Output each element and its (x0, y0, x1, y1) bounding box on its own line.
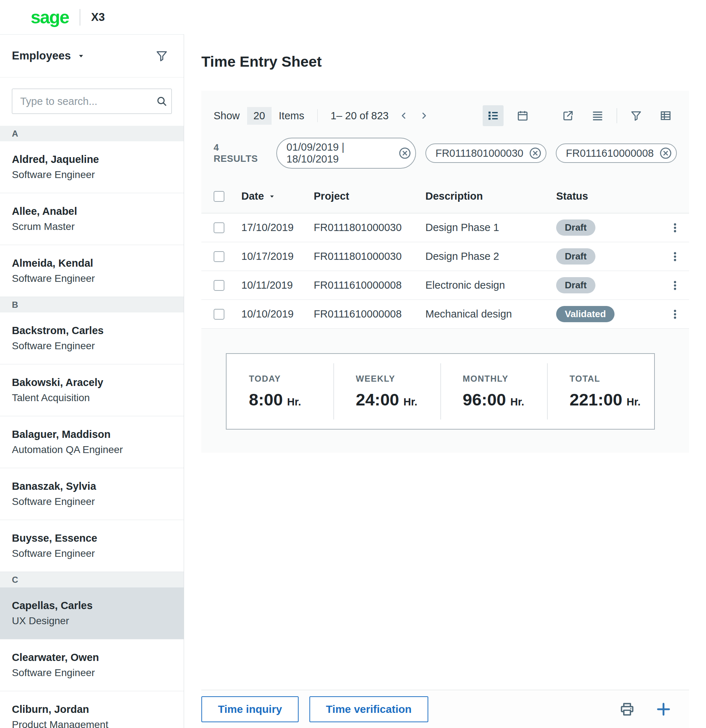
summary-total: TOTAL 221:00 Hr. (547, 354, 654, 429)
summary-unit: Hr. (287, 396, 301, 408)
employee-name: Bakowski, Aracely (12, 377, 177, 389)
cell-description: Electronic design (425, 279, 556, 291)
filter-chip-project-1[interactable]: FR0111801000030 (425, 143, 546, 163)
select-all-checkbox[interactable] (213, 191, 225, 202)
employee-list-item[interactable]: Cliburn, Jordan Product Management (0, 691, 184, 728)
row-checkbox[interactable] (213, 222, 225, 233)
row-menu-icon (670, 222, 680, 233)
employee-name: Cliburn, Jordan (12, 703, 177, 715)
filter-results-button[interactable] (626, 105, 647, 126)
employee-name: Capellas, Carles (12, 600, 177, 612)
employee-name: Clearwater, Owen (12, 651, 177, 663)
brand-divider (79, 9, 80, 26)
summary-value: 221:00 (569, 390, 622, 409)
employee-role: Software Engineer (12, 169, 177, 181)
cell-project: FR0111801000030 (314, 222, 425, 234)
employee-list-item[interactable]: Allee, Anabel Scrum Master (0, 193, 184, 245)
action-bar: Time inquiry Time verification (201, 690, 689, 728)
employee-search (12, 89, 172, 114)
employee-role: Talent Acquisition (12, 392, 177, 404)
results-count: 4 RESULTS (213, 142, 263, 164)
section-letter: B (12, 300, 18, 310)
table-row[interactable]: 10/17/2019 FR0111801000030 Design Phase … (201, 242, 689, 271)
summary-label: TODAY (249, 374, 334, 384)
table-row[interactable]: 10/10/2019 FR0111610000008 Mechanical de… (201, 300, 689, 329)
calendar-view-button[interactable] (512, 105, 533, 126)
summary-monthly: MONTHLY 96:00 Hr. (441, 354, 548, 429)
employee-list-item-selected[interactable]: Capellas, Carles UX Designer (0, 588, 184, 639)
cell-date: 10/11/2019 (241, 279, 314, 291)
hours-summary: TODAY 8:00 Hr. WEEKLY 24:00 Hr. (226, 353, 655, 430)
employee-list-item[interactable]: Almeida, Kendal Software Engineer (0, 245, 184, 297)
action-bar-icons (619, 701, 689, 718)
toolbar-icon-divider (617, 108, 617, 123)
cell-date: 10/17/2019 (241, 250, 314, 262)
table-row[interactable]: 10/11/2019 FR0111610000008 Electronic de… (201, 271, 689, 300)
summary-value: 96:00 (463, 390, 506, 409)
menu-lines-icon (591, 110, 604, 122)
export-button[interactable] (558, 105, 578, 126)
time-inquiry-button[interactable]: Time inquiry (201, 696, 298, 722)
filter-icon (630, 110, 642, 121)
toolbar-divider (317, 109, 318, 122)
sidebar-header: Employees (0, 35, 184, 78)
employee-role: Product Management (12, 719, 177, 728)
employee-name: Allee, Anabel (12, 205, 177, 217)
time-entries-table: Date Project Description Status 17/10/20… (201, 179, 689, 329)
row-checkbox[interactable] (213, 280, 225, 291)
employee-list-item[interactable]: Clearwater, Owen Software Engineer (0, 639, 184, 691)
table-row[interactable]: 17/10/2019 FR0111801000030 Design Phase … (201, 213, 689, 242)
list-toolbar: Show 20 Items 1– 20 of 823 (201, 91, 689, 136)
add-entry-button[interactable] (655, 701, 672, 718)
list-view-button[interactable] (483, 105, 504, 126)
employees-dropdown[interactable]: Employees (12, 49, 85, 62)
time-verification-button[interactable]: Time verification (310, 696, 428, 722)
chip-remove-button[interactable] (660, 147, 672, 159)
filter-chip-project-2[interactable]: FR0111610000008 (556, 143, 677, 163)
column-header-date[interactable]: Date (241, 190, 314, 202)
page-size-selector[interactable]: 20 (247, 107, 272, 125)
table-view-button[interactable] (655, 105, 676, 126)
row-menu-button[interactable] (670, 309, 680, 320)
filter-chip-date-range[interactable]: 01/09/2019 | 18/10/2019 (276, 138, 416, 169)
time-entry-card: Show 20 Items 1– 20 of 823 (201, 91, 689, 453)
row-menu-button[interactable] (670, 222, 680, 233)
active-filters-row: 4 RESULTS 01/09/2019 | 18/10/2019 FR0111… (201, 136, 689, 179)
employee-list-item[interactable]: Banaszak, Sylvia Software Engineer (0, 468, 184, 520)
employee-list-item[interactable]: Bakowski, Aracely Talent Acquisition (0, 364, 184, 416)
employee-role: Software Engineer (12, 340, 177, 352)
employee-list-item[interactable]: Aldred, Jaqueline Software Engineer (0, 141, 184, 193)
summary-value: 24:00 (356, 390, 399, 409)
chip-remove-button[interactable] (529, 147, 542, 159)
employee-list-item[interactable]: Balaguer, Maddison Automation QA Enginee… (0, 416, 184, 468)
top-bar: sage X3 (0, 0, 706, 34)
print-icon (619, 701, 635, 717)
cell-project: FR0111801000030 (314, 250, 425, 262)
sidebar-title: Employees (12, 49, 71, 62)
summary-label: TOTAL (569, 374, 654, 384)
employee-role: Software Engineer (12, 273, 177, 285)
print-button[interactable] (619, 701, 635, 717)
employee-list-item[interactable]: Buysse, Essence Software Engineer (0, 520, 184, 572)
menu-lines-button[interactable] (587, 105, 608, 126)
row-checkbox[interactable] (213, 251, 225, 262)
column-header-status: Status (556, 190, 664, 202)
employee-name: Backstrom, Carles (12, 325, 177, 337)
list-view-icon (487, 110, 499, 122)
prev-page-button[interactable] (399, 111, 409, 121)
sidebar-filter-button[interactable] (156, 50, 168, 62)
employee-name: Banaszak, Sylvia (12, 480, 177, 492)
chip-close-icon (399, 147, 411, 159)
employee-role: Scrum Master (12, 221, 177, 233)
chip-remove-button[interactable] (399, 147, 411, 159)
cell-description: Mechanical design (425, 308, 556, 320)
next-page-button[interactable] (419, 111, 429, 121)
chip-label: FR0111610000008 (566, 147, 654, 159)
employee-list-item[interactable]: Backstrom, Carles Software Engineer (0, 312, 184, 364)
row-checkbox[interactable] (213, 309, 225, 320)
search-input[interactable] (20, 95, 156, 107)
row-menu-button[interactable] (670, 280, 680, 291)
cell-project: FR0111610000008 (314, 308, 425, 320)
row-menu-button[interactable] (670, 251, 680, 262)
next-page-icon (419, 111, 429, 121)
